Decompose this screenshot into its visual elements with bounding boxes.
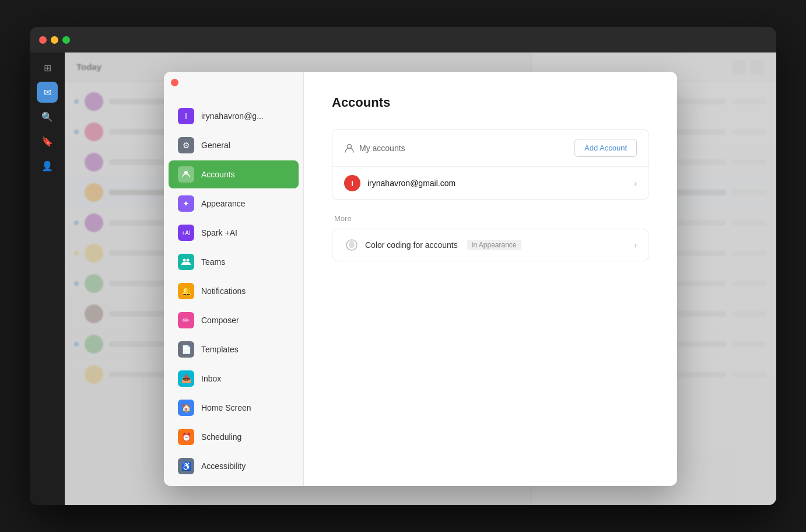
settings-item-label-notifications: Notifications — [201, 286, 246, 296]
app-body: ⊞ ✉ 🔍 🔖 👤 Today — [30, 52, 776, 505]
svg-point-2 — [187, 259, 190, 262]
my-accounts-section: My accounts Add Account I irynahavron@gm… — [332, 129, 649, 200]
maximize-button[interactable] — [62, 36, 70, 44]
modal-close-button[interactable] — [171, 79, 178, 86]
settings-item-label-appearance: Appearance — [201, 199, 246, 208]
notifications-icon: 🔔 — [178, 283, 194, 299]
titlebar — [30, 27, 776, 52]
sidebar-icon-bookmark[interactable]: 🔖 — [37, 131, 58, 152]
settings-item-label-composer: Composer — [201, 316, 239, 325]
scheduling-icon: ⏰ — [178, 429, 194, 445]
settings-item-label-inbox: Inbox — [201, 374, 221, 383]
person-icon — [344, 143, 355, 153]
settings-item-inbox[interactable]: 📥 Inbox — [169, 365, 299, 393]
account-email: irynahavron@gmail.com — [367, 178, 455, 188]
account-row[interactable]: I irynahavron@gmail.com › — [332, 167, 649, 200]
sparkai-icon: +AI — [178, 225, 194, 241]
sidebar-icon-search[interactable]: 🔍 — [37, 106, 58, 127]
account-info: I irynahavron@gmail.com — [344, 175, 455, 191]
minimize-button[interactable] — [51, 36, 58, 44]
settings-item-swipes[interactable]: ↔ Swipes — [169, 481, 299, 486]
settings-sidebar: I irynahavron@g... ⚙ General — [164, 72, 304, 486]
settings-item-templates[interactable]: 📄 Templates — [169, 335, 299, 363]
settings-item-notifications[interactable]: 🔔 Notifications — [169, 277, 299, 305]
color-coding-chevron-icon: › — [634, 240, 637, 250]
inbox-icon: 📥 — [178, 370, 194, 387]
color-coding-label: Color coding for accounts — [365, 240, 458, 250]
settings-item-accessibility[interactable]: ♿ Accessibility — [169, 452, 299, 480]
add-account-button[interactable]: Add Account — [574, 139, 637, 157]
general-icon: ⚙ — [178, 137, 194, 153]
chevron-right-icon: › — [634, 178, 637, 188]
color-coding-icon — [344, 237, 359, 253]
settings-modal: I irynahavron@g... ⚙ General — [164, 72, 677, 486]
settings-item-scheduling[interactable]: ⏰ Scheduling — [169, 423, 299, 451]
homescreen-icon: 🏠 — [178, 400, 194, 416]
color-coding-row[interactable]: Color coding for accounts in Appearance … — [332, 229, 649, 261]
my-accounts-text: My accounts — [359, 144, 405, 153]
color-coding-left: Color coding for accounts in Appearance — [344, 237, 521, 253]
settings-item-homescreen[interactable]: 🏠 Home Screen — [169, 394, 299, 422]
settings-item-label-profile: irynahavron@g... — [201, 111, 264, 121]
teams-icon — [178, 254, 194, 270]
sidebar-icon-person[interactable]: 👤 — [37, 155, 58, 176]
my-accounts-label: My accounts — [344, 143, 405, 153]
settings-item-accounts[interactable]: Accounts — [169, 160, 299, 188]
sidebar-icon-home[interactable]: ⊞ — [37, 57, 58, 78]
appearance-icon: ✦ — [178, 195, 194, 212]
settings-item-teams[interactable]: Teams — [169, 248, 299, 276]
account-avatar: I — [344, 175, 360, 191]
sidebar-icon-mail[interactable]: ✉ — [37, 82, 58, 103]
icon-sidebar: ⊞ ✉ 🔍 🔖 👤 — [30, 52, 65, 505]
settings-item-label-general: General — [201, 141, 230, 150]
settings-content: Accounts My accounts — [304, 72, 677, 486]
templates-icon: 📄 — [178, 341, 194, 358]
accounts-section-header: My accounts Add Account — [332, 130, 649, 167]
settings-item-profile[interactable]: I irynahavron@g... — [169, 102, 299, 130]
settings-item-label-accessibility: Accessibility — [201, 461, 246, 471]
mac-window: ⊞ ✉ 🔍 🔖 👤 Today — [30, 27, 776, 505]
svg-point-1 — [183, 259, 186, 262]
color-coding-badge: in Appearance — [467, 240, 521, 250]
settings-item-composer[interactable]: ✏ Composer — [169, 306, 299, 334]
settings-item-label-templates: Templates — [201, 345, 239, 354]
profile-icon: I — [178, 108, 194, 124]
settings-item-sparkai[interactable]: +AI Spark +AI — [169, 219, 299, 247]
settings-item-label-sparkai: Spark +AI — [201, 228, 237, 237]
settings-item-label-teams: Teams — [201, 257, 225, 267]
settings-item-label-homescreen: Home Screen — [201, 403, 251, 412]
accounts-icon — [178, 166, 194, 183]
more-section: More Color coding for ac — [332, 214, 649, 261]
more-label: More — [332, 214, 649, 223]
composer-icon: ✏ — [178, 312, 194, 328]
settings-item-label-scheduling: Scheduling — [201, 432, 241, 442]
traffic-lights — [39, 36, 70, 44]
close-button[interactable] — [39, 36, 47, 44]
settings-item-general[interactable]: ⚙ General — [169, 131, 299, 159]
accessibility-icon: ♿ — [178, 458, 194, 474]
settings-item-appearance[interactable]: ✦ Appearance — [169, 190, 299, 218]
page-title: Accounts — [332, 95, 649, 110]
settings-item-label-accounts: Accounts — [201, 170, 235, 179]
email-list-area: Today — [65, 52, 776, 505]
modal-overlay: I irynahavron@g... ⚙ General — [65, 52, 776, 505]
